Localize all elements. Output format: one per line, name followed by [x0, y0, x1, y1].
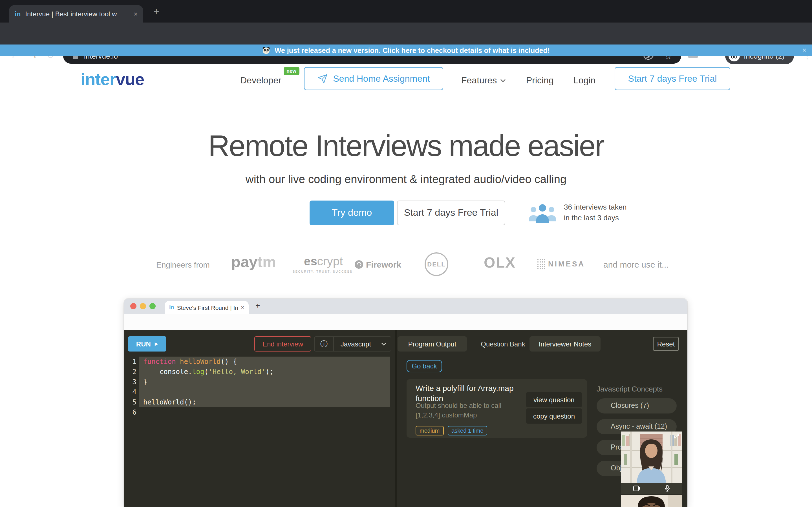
mic-toggle-icon[interactable]: [665, 485, 670, 492]
browser-tab-strip: in Intervue | Best interview tool w × +: [0, 0, 812, 22]
tab-interviewer-notes[interactable]: Interviewer Notes: [529, 336, 601, 351]
mac-minimize-icon[interactable]: [140, 303, 146, 309]
go-back-button[interactable]: Go back: [407, 360, 442, 372]
camera-toggle-icon[interactable]: [633, 486, 641, 491]
logos-prefix: Engineers from: [156, 260, 210, 269]
announcement-banner[interactable]: We just released a new version. Click he…: [0, 45, 812, 56]
intervue-favicon-icon: in: [15, 10, 20, 18]
video-controls-bar: [621, 483, 682, 494]
demo-tab-strip: in Steve's First Round | Intervue P × +: [124, 298, 688, 314]
olx-logo: OLX: [484, 254, 516, 272]
screenshot-root: in Intervue | Best interview tool w × + …: [0, 0, 812, 507]
video-call-overlay: [621, 432, 682, 507]
play-icon: ▶: [155, 341, 158, 346]
start-trial-button-hero[interactable]: Start 7 days Free Trial: [397, 201, 505, 225]
info-icon[interactable]: ⓘ: [320, 339, 327, 349]
demo-browser-window: in Steve's First Round | Intervue P × + …: [124, 298, 688, 507]
nimesa-icon: [537, 259, 545, 269]
copy-question-button[interactable]: copy question: [526, 408, 582, 424]
code-editor[interactable]: 1function helloWorld() {2 console.log('H…: [124, 356, 390, 417]
nav-developer[interactable]: Developer: [240, 75, 282, 86]
demo-tab-title: Steve's First Round | Intervue P: [177, 304, 238, 311]
paper-plane-icon: [317, 73, 327, 83]
tab-program-output[interactable]: Program Output: [398, 336, 467, 351]
new-tab-button[interactable]: +: [255, 301, 260, 310]
interviews-stats: 36 interviews taken in the last 3 days: [564, 202, 627, 223]
browser-tab[interactable]: in Intervue | Best interview tool w ×: [9, 5, 143, 22]
new-tab-button[interactable]: +: [153, 6, 159, 18]
hero-title: Remote Interviews made easier: [0, 128, 812, 163]
chevron-down-icon: [381, 342, 386, 346]
mac-close-icon[interactable]: [130, 303, 137, 309]
dell-logo: DELL: [424, 252, 448, 276]
nav-login[interactable]: Login: [573, 75, 596, 86]
start-trial-button-top[interactable]: Start 7 days Free Trial: [615, 67, 730, 90]
paytm-logo: paytm: [231, 253, 276, 271]
intervue-logo[interactable]: intervue: [81, 70, 144, 89]
end-interview-button[interactable]: End interview: [254, 336, 311, 351]
chevron-down-icon: [500, 79, 506, 82]
try-demo-button[interactable]: Try demo: [310, 201, 394, 225]
demo-tab[interactable]: in Steve's First Round | Intervue P ×: [165, 301, 249, 314]
nav-pricing[interactable]: Pricing: [526, 75, 554, 86]
interviewee-video[interactable]: [621, 432, 682, 483]
mac-zoom-icon[interactable]: [149, 303, 156, 309]
pane-divider: [395, 330, 397, 507]
concepts-heading: Javascript Concepts: [597, 385, 663, 393]
reset-button[interactable]: Reset: [653, 337, 679, 351]
hero-subtitle: with our live coding environment & integ…: [0, 173, 812, 186]
asked-count-badge: asked 1 time: [448, 426, 487, 436]
people-group-icon: [528, 203, 557, 224]
expand-video-icon[interactable]: [674, 433, 679, 439]
language-value: Javascript: [341, 340, 371, 348]
banner-text: We just released a new version. Click he…: [274, 47, 550, 54]
language-selector[interactable]: ⓘ Javascript: [314, 336, 391, 351]
logos-suffix: and more use it...: [603, 260, 669, 269]
nimesa-logo: NIMESA: [537, 259, 585, 269]
question-card: Write a polyfill for Array.map function …: [407, 379, 587, 438]
run-button[interactable]: RUN ▶: [128, 336, 166, 351]
banner-close-icon[interactable]: ×: [802, 45, 806, 56]
panda-icon: [262, 47, 270, 54]
concept-pill[interactable]: Closures (7): [597, 398, 677, 413]
question-title: Write a polyfill for Array.map function: [416, 383, 531, 403]
view-question-button[interactable]: view question: [526, 392, 582, 407]
escrypt-logo: escrypt SECURITY. TRUST. SUCCESS.: [293, 255, 354, 273]
firework-icon: [355, 260, 363, 269]
demo-app-content: RUN ▶ End interview ⓘ Javascript 1functi…: [124, 330, 688, 507]
interviewer-video[interactable]: [621, 495, 682, 507]
nav-features[interactable]: Features: [461, 75, 506, 86]
demo-address-toolbar: ← → ↻ ⌂ https://www.intervue.io/PADURL00…: [124, 314, 688, 330]
browser-toolbar: ← → ↻ intervue.io ☆ Incognito (2): [0, 22, 812, 45]
new-badge: new: [284, 67, 299, 75]
intervue-favicon-icon: in: [169, 304, 174, 311]
tab-title: Intervue | Best interview tool w: [25, 10, 129, 18]
tab-question-bank[interactable]: Question Bank: [475, 336, 531, 351]
question-description: Output should be able to call [1,2,3,4].…: [416, 401, 531, 420]
firework-logo: Firework: [355, 260, 401, 269]
send-home-assignment-button[interactable]: Send Home Assignment: [304, 67, 443, 90]
close-tab-icon[interactable]: ×: [241, 304, 244, 311]
difficulty-badge: medium: [416, 426, 444, 436]
close-tab-icon[interactable]: ×: [134, 10, 138, 18]
